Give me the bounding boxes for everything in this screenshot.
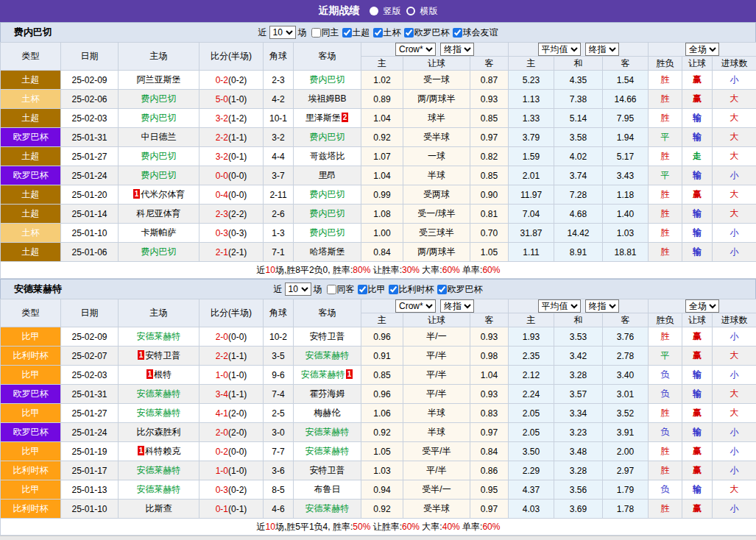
summary-text: 单率: bbox=[460, 265, 483, 275]
same-venue-checkbox[interactable] bbox=[311, 28, 321, 38]
corner-count: 2-6 bbox=[264, 205, 294, 224]
crow-home-odds: 1.03 bbox=[361, 461, 403, 480]
avg-home-odds: 2.01 bbox=[509, 166, 554, 185]
team-name: 安德莱赫特 bbox=[137, 388, 181, 399]
league-checkbox[interactable] bbox=[437, 285, 447, 294]
avg-draw-odds: 3.57 bbox=[554, 385, 603, 404]
column-subheader-5: 客 bbox=[603, 313, 649, 327]
section-title: 费内巴切 bbox=[14, 26, 52, 39]
league-type-badge: 土超 bbox=[1, 205, 61, 224]
league-checkbox[interactable] bbox=[342, 28, 352, 38]
away-team: 霍芬海姆 bbox=[294, 385, 361, 404]
match-row: 比甲25-01-13安德莱赫特0-3(0-2)8-5布鲁日0.94受半/一0.9… bbox=[1, 480, 756, 500]
team-name: 代米尔体育 bbox=[141, 189, 185, 199]
summary-text: 60% bbox=[482, 522, 500, 532]
summary-text: 让胜率: bbox=[370, 265, 402, 275]
odds-source-select[interactable]: 终指 bbox=[440, 43, 474, 56]
horizontal-layout-radio[interactable] bbox=[406, 7, 415, 15]
column-subheader-0: 主 bbox=[361, 313, 403, 327]
odds-source-select[interactable]: 平均值 bbox=[538, 43, 581, 56]
odds-source-select[interactable]: 终指 bbox=[440, 299, 474, 313]
league-checkbox[interactable] bbox=[373, 28, 383, 38]
odds-source-select[interactable]: 全场 bbox=[685, 299, 719, 313]
card-badge: 1 bbox=[138, 446, 145, 455]
fulltime-score: 0-0 bbox=[216, 171, 228, 181]
league-checkbox[interactable] bbox=[453, 28, 462, 38]
team-name: 霍芬海姆 bbox=[310, 388, 345, 399]
halftime-score: (0-3) bbox=[228, 228, 247, 238]
match-row: 欧罗巴杯25-01-24比尔森胜利2-0(2-0)3-0安德莱赫特0.92半球0… bbox=[1, 423, 756, 442]
league-checkbox[interactable] bbox=[358, 285, 367, 294]
avg-draw-odds: 4.68 bbox=[554, 205, 603, 224]
handicap-line: 平/半 bbox=[403, 347, 470, 366]
column-subheader-5: 客 bbox=[603, 57, 649, 71]
column-header-4: 角球 bbox=[264, 43, 294, 71]
away-team: 里泽斯堡2 bbox=[294, 109, 361, 128]
odds-source-select[interactable]: Crow* bbox=[395, 299, 436, 313]
handicap-result: 输 bbox=[682, 366, 713, 385]
vertical-layout-label[interactable]: 竖版 bbox=[384, 5, 401, 18]
recent-count-select[interactable]: 10 bbox=[285, 283, 311, 296]
avg-draw-odds: 8.91 bbox=[554, 243, 603, 262]
avg-away-odds: 3.91 bbox=[603, 423, 649, 442]
away-team: 安德莱赫特 bbox=[294, 500, 361, 519]
avg-home-odds: 2.29 bbox=[509, 461, 554, 480]
crow-away-odds: 0.93 bbox=[470, 327, 509, 347]
handicap-result: 赢 bbox=[682, 347, 713, 366]
team-name: 布鲁日 bbox=[314, 484, 341, 494]
summary-text: 40% bbox=[442, 522, 460, 532]
league-type-badge: 比利时杯 bbox=[1, 500, 61, 519]
away-team: 安德莱赫特 bbox=[294, 347, 361, 366]
section-header: 安德莱赫特近10场同客比甲比利时杯欧罗巴杯 bbox=[0, 279, 756, 299]
team-name: 埃祖姆BB bbox=[308, 93, 346, 104]
summary-text: 10 bbox=[266, 522, 275, 532]
handicap-result: 输 bbox=[682, 243, 713, 262]
corner-count: 3-5 bbox=[264, 347, 294, 366]
match-result: 胜 bbox=[649, 500, 682, 519]
handicap-line: 两/两球半 bbox=[403, 90, 470, 109]
goals-result: 小 bbox=[713, 423, 756, 442]
summary-text: 60% bbox=[482, 265, 500, 275]
avg-home-odds: 5.23 bbox=[509, 71, 554, 90]
team-name: 费内巴切 bbox=[310, 74, 345, 85]
same-venue-checkbox[interactable] bbox=[327, 285, 336, 294]
handicap-line: 受一球 bbox=[403, 71, 470, 90]
league-checkbox[interactable] bbox=[404, 28, 414, 38]
halftime-score: (0-0) bbox=[228, 332, 247, 342]
score-cell: 3-4(1-1) bbox=[199, 385, 264, 404]
team-section: 安德莱赫特近10场同客比甲比利时杯欧罗巴杯类型日期主场比分(半场)角球客场Cro… bbox=[0, 279, 756, 536]
horizontal-layout-label[interactable]: 横版 bbox=[420, 5, 438, 18]
recent-count-select[interactable]: 10 bbox=[269, 26, 296, 39]
home-team: 阿兰亚斯堡 bbox=[119, 71, 199, 90]
home-team: 安德莱赫特 bbox=[119, 480, 199, 500]
goals-result: 小 bbox=[713, 461, 756, 480]
avg-draw-odds: 14.42 bbox=[554, 224, 603, 243]
crow-home-odds: 0.94 bbox=[361, 480, 403, 500]
odds-source-select[interactable]: 全场 bbox=[685, 43, 719, 56]
avg-home-odds: 1.59 bbox=[509, 147, 554, 166]
column-header-3: 比分(半场) bbox=[199, 299, 264, 327]
halftime-score: (1-0) bbox=[228, 94, 247, 104]
odds-source-select[interactable]: 终指 bbox=[585, 299, 619, 313]
fulltime-score: 3-2 bbox=[216, 113, 228, 124]
section-title: 安德莱赫特 bbox=[14, 283, 62, 296]
corner-count: 4-2 bbox=[264, 90, 294, 109]
halftime-score: (0-2) bbox=[228, 485, 247, 495]
match-row: 欧罗巴杯25-01-31中日德兰2-2(1-1)3-2费内巴切0.92受半球0.… bbox=[1, 128, 756, 147]
odds-source-select[interactable]: 平均值 bbox=[538, 299, 581, 313]
team-name: 费内巴切 bbox=[141, 170, 177, 180]
avg-away-odds: 3.76 bbox=[603, 327, 649, 347]
league-checkbox[interactable] bbox=[389, 285, 398, 294]
league-checkbox-label: 球会友谊 bbox=[463, 26, 498, 39]
odds-source-select[interactable]: Crow* bbox=[395, 43, 436, 56]
vertical-layout-radio[interactable] bbox=[370, 7, 378, 15]
team-name: 安特卫普 bbox=[310, 331, 345, 341]
handicap-line: 半球 bbox=[403, 404, 470, 423]
team-name: 费内巴切 bbox=[141, 246, 177, 257]
odds-source-select[interactable]: 终指 bbox=[585, 43, 619, 56]
home-team: 安德莱赫特 bbox=[119, 327, 199, 347]
away-team: 安德莱赫特 bbox=[294, 423, 361, 442]
corner-count: 9-6 bbox=[264, 366, 294, 385]
column-subheader-7: 让球 bbox=[682, 313, 713, 327]
avg-draw-odds: 3.69 bbox=[554, 500, 603, 519]
